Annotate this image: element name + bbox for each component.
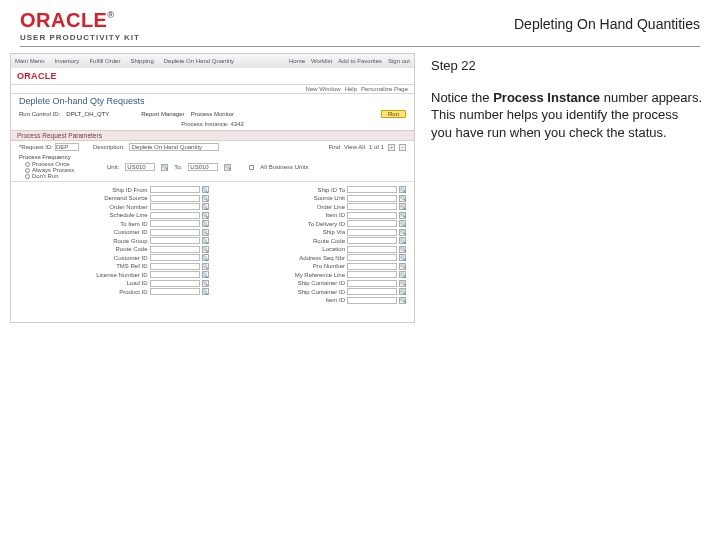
lookup-icon[interactable]: 🔍 — [399, 288, 406, 295]
form-col-left: Ship ID From🔍Demand Source🔍Order Number🔍… — [19, 186, 209, 304]
field-input[interactable] — [150, 229, 200, 236]
personalize-page-link[interactable]: Personalize Page — [361, 86, 408, 92]
report-manager-link[interactable]: Report Manager — [141, 111, 184, 117]
delete-row-icon[interactable]: − — [399, 144, 406, 151]
lookup-icon[interactable]: 🔍 — [202, 237, 209, 244]
field-input[interactable] — [347, 212, 397, 219]
field-input[interactable] — [347, 297, 397, 304]
field-input[interactable] — [150, 246, 200, 253]
freq-dont-run-option[interactable]: Don't Run — [19, 173, 93, 179]
nav-sign-out-link[interactable]: Sign out — [388, 58, 410, 64]
find-link[interactable]: Find — [328, 144, 340, 150]
lookup-icon[interactable]: 🔍 — [399, 220, 406, 227]
unit-input[interactable]: US010 — [125, 163, 155, 171]
lookup-icon[interactable]: 🔍 — [202, 254, 209, 261]
lookup-icon[interactable]: 🔍 — [399, 254, 406, 261]
lookup-icon[interactable]: 🔍 — [161, 164, 168, 171]
field-input[interactable] — [150, 280, 200, 287]
field-input[interactable] — [150, 288, 200, 295]
field-label: Source Unit — [283, 195, 345, 201]
checkbox-icon[interactable] — [249, 165, 254, 170]
nav-inventory[interactable]: Inventory — [55, 58, 80, 64]
nav-fulfill-order[interactable]: Fulfill Order — [89, 58, 120, 64]
field-input[interactable] — [347, 203, 397, 210]
lookup-icon[interactable]: 🔍 — [399, 212, 406, 219]
field-input[interactable] — [150, 237, 200, 244]
radio-icon — [25, 168, 30, 173]
lookup-icon[interactable]: 🔍 — [202, 220, 209, 227]
help-link[interactable]: Help — [345, 86, 357, 92]
form-field: To Item ID🔍 — [19, 220, 209, 227]
lookup-icon[interactable]: 🔍 — [399, 195, 406, 202]
nav-deplete-onhand[interactable]: Deplete On Hand Quantity — [164, 58, 234, 64]
lookup-icon[interactable]: 🔍 — [202, 229, 209, 236]
lookup-icon[interactable]: 🔍 — [399, 263, 406, 270]
process-monitor-link[interactable]: Process Monitor — [191, 111, 234, 117]
description-input[interactable]: Deplete On Hand Quantity — [129, 143, 219, 151]
oracle-logo-text: ORACLE — [20, 9, 107, 31]
field-input[interactable] — [150, 186, 200, 193]
lookup-icon[interactable]: 🔍 — [399, 280, 406, 287]
run-button[interactable]: Run — [381, 110, 406, 118]
field-input[interactable] — [347, 263, 397, 270]
oracle-logo: ORACLE® — [20, 10, 140, 31]
unit-to-input[interactable]: US010 — [188, 163, 218, 171]
field-input[interactable] — [347, 280, 397, 287]
embedded-screenshot: Main Menu Inventory Fulfill Order Shippi… — [10, 53, 415, 323]
lookup-icon[interactable]: 🔍 — [202, 186, 209, 193]
lookup-icon[interactable]: 🔍 — [202, 195, 209, 202]
form-field: My Reference Line🔍 — [217, 271, 407, 278]
lookup-icon[interactable]: 🔍 — [202, 263, 209, 270]
field-input[interactable] — [347, 271, 397, 278]
nav-main-menu[interactable]: Main Menu — [15, 58, 45, 64]
lookup-icon[interactable]: 🔍 — [202, 271, 209, 278]
field-input[interactable] — [150, 220, 200, 227]
field-input[interactable] — [347, 229, 397, 236]
lookup-icon[interactable]: 🔍 — [224, 164, 231, 171]
field-input[interactable] — [347, 220, 397, 227]
field-input[interactable] — [347, 254, 397, 261]
form-field: Address Seq Nbr🔍 — [217, 254, 407, 261]
field-input[interactable] — [150, 212, 200, 219]
field-input[interactable] — [347, 186, 397, 193]
lookup-icon[interactable]: 🔍 — [202, 246, 209, 253]
lookup-icon[interactable]: 🔍 — [399, 229, 406, 236]
lookup-icon[interactable]: 🔍 — [399, 246, 406, 253]
add-row-icon[interactable]: + — [388, 144, 395, 151]
nav-worklist-link[interactable]: Worklist — [311, 58, 332, 64]
field-input[interactable] — [150, 195, 200, 202]
field-input[interactable] — [347, 288, 397, 295]
lookup-icon[interactable]: 🔍 — [399, 237, 406, 244]
description-label: Description: — [93, 144, 125, 150]
lookup-icon[interactable]: 🔍 — [399, 186, 406, 193]
field-input[interactable] — [150, 271, 200, 278]
field-input[interactable] — [347, 246, 397, 253]
field-label: Load ID — [86, 280, 148, 286]
field-input[interactable] — [150, 263, 200, 270]
field-label: Item ID — [283, 297, 345, 303]
unit-label: Unit: — [107, 164, 119, 170]
lookup-icon[interactable]: 🔍 — [399, 297, 406, 304]
view-all-link[interactable]: View All — [344, 144, 365, 150]
lookup-icon[interactable]: 🔍 — [202, 288, 209, 295]
form-field: Order Line🔍 — [217, 203, 407, 210]
new-window-link[interactable]: New Window — [306, 86, 341, 92]
lookup-icon[interactable]: 🔍 — [202, 203, 209, 210]
nav-add-favorites-link[interactable]: Add to Favorites — [338, 58, 382, 64]
nav-home-link[interactable]: Home — [289, 58, 305, 64]
field-input[interactable] — [347, 195, 397, 202]
lookup-icon[interactable]: 🔍 — [202, 212, 209, 219]
field-label: Item ID — [283, 212, 345, 218]
nav-shipping[interactable]: Shipping — [130, 58, 153, 64]
field-label: Ship ID From — [86, 187, 148, 193]
lookup-icon[interactable]: 🔍 — [399, 203, 406, 210]
lookup-icon[interactable]: 🔍 — [399, 271, 406, 278]
field-input[interactable] — [347, 237, 397, 244]
app-brand-bar: ORACLE — [11, 68, 414, 84]
lookup-icon[interactable]: 🔍 — [202, 280, 209, 287]
process-frequency-group: Process Frequency Process Once Always Pr… — [11, 153, 101, 181]
request-id-input[interactable]: DEP — [55, 143, 79, 151]
field-input[interactable] — [150, 203, 200, 210]
field-label: Ship Via — [283, 229, 345, 235]
field-input[interactable] — [150, 254, 200, 261]
